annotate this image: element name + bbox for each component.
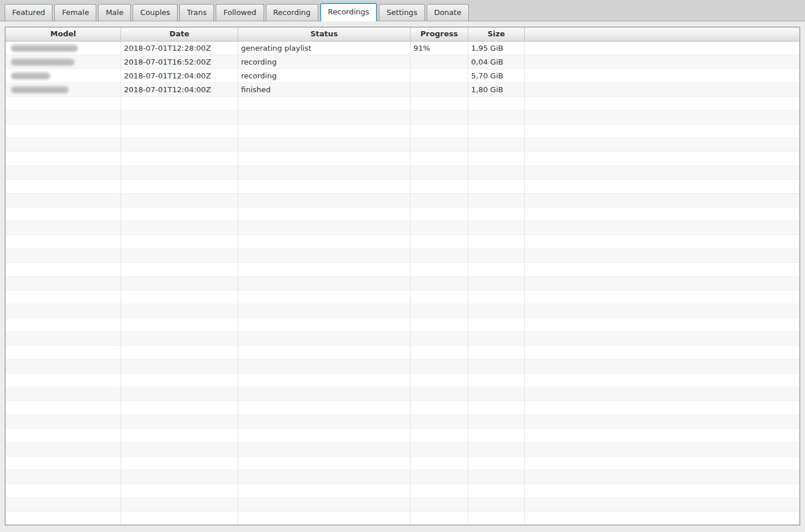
cell-filler xyxy=(525,55,799,69)
cell-filler xyxy=(525,360,799,373)
table-row-empty xyxy=(6,277,799,290)
cell-progress xyxy=(411,456,468,470)
tab-featured[interactable]: Featured xyxy=(5,4,52,21)
cell-size xyxy=(468,387,525,401)
cell-model xyxy=(6,41,121,55)
cell-model xyxy=(6,180,121,194)
table-row-empty xyxy=(6,111,799,124)
column-header-status[interactable]: Status xyxy=(238,28,411,41)
table-row-empty xyxy=(6,443,799,456)
table-row-empty xyxy=(6,249,799,263)
cell-model xyxy=(6,443,121,456)
cell-status xyxy=(238,387,411,401)
table-row[interactable]: 2018-07-01T16:52:00Zrecording0,04 GiB xyxy=(6,55,799,69)
cell-filler xyxy=(525,69,799,83)
cell-status xyxy=(238,221,411,235)
cell-filler xyxy=(525,235,799,249)
cell-model xyxy=(6,69,121,83)
tab-donate[interactable]: Donate xyxy=(427,4,469,21)
cell-progress xyxy=(411,346,468,360)
cell-progress: 91% xyxy=(411,41,468,55)
cell-date xyxy=(121,263,238,277)
cell-progress xyxy=(411,360,468,373)
tab-settings[interactable]: Settings xyxy=(379,4,424,21)
cell-size xyxy=(468,221,525,235)
cell-date xyxy=(121,124,238,138)
cell-status: finished xyxy=(238,83,411,97)
tab-female[interactable]: Female xyxy=(54,4,96,21)
cell-size xyxy=(468,346,525,360)
cell-size xyxy=(468,166,525,180)
cell-date xyxy=(121,166,238,180)
cell-date: 2018-07-01T12:04:00Z xyxy=(121,69,238,83)
cell-size: 1,80 GiB xyxy=(468,83,525,97)
cell-progress xyxy=(411,277,468,290)
cell-date xyxy=(121,249,238,263)
table-row-empty xyxy=(6,152,799,166)
cell-model xyxy=(6,401,121,415)
tab-male[interactable]: Male xyxy=(98,4,131,21)
cell-date xyxy=(121,498,238,512)
cell-progress xyxy=(411,152,468,166)
cell-model xyxy=(6,194,121,207)
table-row[interactable]: 2018-07-01T12:04:00Zrecording5,70 GiB xyxy=(6,69,799,83)
cell-date xyxy=(121,318,238,332)
tab-followed[interactable]: Followed xyxy=(216,4,264,21)
tab-recording[interactable]: Recording xyxy=(266,4,318,21)
column-header-model[interactable]: Model xyxy=(6,28,121,41)
column-header-date[interactable]: Date xyxy=(121,28,238,41)
cell-progress xyxy=(411,332,468,346)
cell-model xyxy=(6,470,121,484)
cell-size xyxy=(468,401,525,415)
cell-model xyxy=(6,484,121,498)
cell-status: recording xyxy=(238,55,411,69)
table-row-empty xyxy=(6,401,799,415)
cell-size xyxy=(468,277,525,290)
cell-progress xyxy=(411,429,468,443)
cell-status xyxy=(238,97,411,111)
table-row[interactable]: 2018-07-01T12:28:00Zgenerating playlist9… xyxy=(6,41,799,55)
cell-progress xyxy=(411,290,468,304)
cell-progress xyxy=(411,235,468,249)
cell-progress xyxy=(411,111,468,124)
cell-date xyxy=(121,180,238,194)
table-row[interactable]: 2018-07-01T12:04:00Zfinished1,80 GiB xyxy=(6,83,799,97)
table-row-empty xyxy=(6,263,799,277)
table-row-empty xyxy=(6,138,799,152)
column-header-size[interactable]: Size xyxy=(468,28,525,41)
cell-size xyxy=(468,249,525,263)
cell-date xyxy=(121,484,238,498)
cell-size xyxy=(468,373,525,387)
cell-date: 2018-07-01T12:04:00Z xyxy=(121,83,238,97)
column-header-progress[interactable]: Progress xyxy=(411,28,468,41)
table-row-empty xyxy=(6,456,799,470)
cell-progress xyxy=(411,470,468,484)
cell-status: generating playlist xyxy=(238,41,411,55)
cell-filler xyxy=(525,138,799,152)
tab-couples[interactable]: Couples xyxy=(133,4,178,21)
table-row-empty xyxy=(6,235,799,249)
cell-size xyxy=(468,304,525,318)
cell-model xyxy=(6,360,121,373)
tab-trans[interactable]: Trans xyxy=(179,4,214,21)
cell-size xyxy=(468,111,525,124)
cell-model xyxy=(6,111,121,124)
cell-status xyxy=(238,194,411,207)
tab-recordings[interactable]: Recordings xyxy=(320,3,378,21)
redacted-model-name xyxy=(11,58,74,66)
cell-filler xyxy=(525,304,799,318)
cell-date xyxy=(121,512,238,526)
cell-date xyxy=(121,415,238,429)
cell-filler xyxy=(525,166,799,180)
cell-progress xyxy=(411,263,468,277)
cell-status xyxy=(238,470,411,484)
table-row-empty xyxy=(6,194,799,207)
cell-status xyxy=(238,235,411,249)
cell-model xyxy=(6,263,121,277)
cell-size xyxy=(468,124,525,138)
cell-filler xyxy=(525,415,799,429)
column-header-filler[interactable] xyxy=(525,28,799,41)
cell-model xyxy=(6,387,121,401)
cell-status xyxy=(238,346,411,360)
cell-size xyxy=(468,443,525,456)
